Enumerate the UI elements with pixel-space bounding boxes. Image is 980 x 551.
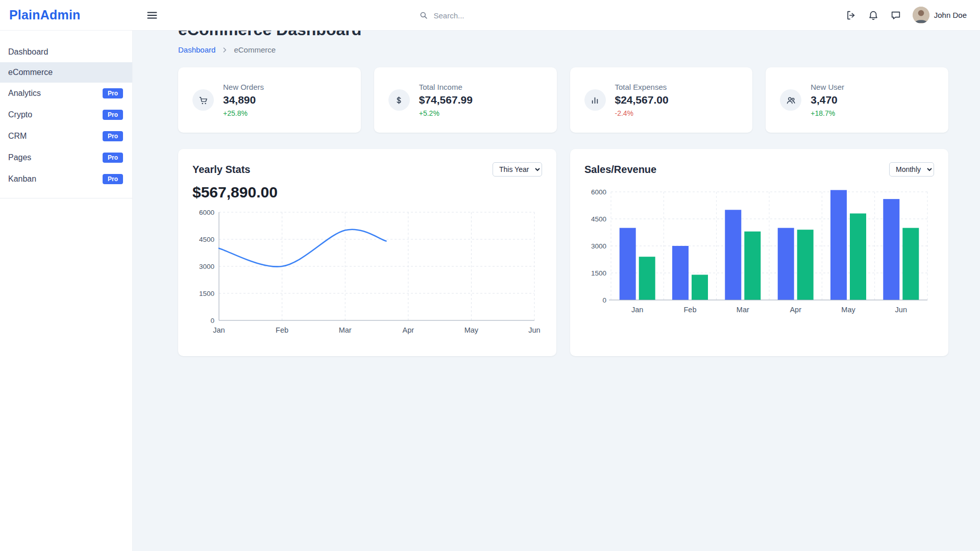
- stat-delta: -2.4%: [615, 109, 669, 117]
- stat-card-new-orders: New Orders 34,890 +25.8%: [178, 67, 361, 133]
- svg-text:6000: 6000: [591, 188, 606, 196]
- menu-toggle-button[interactable]: [146, 9, 158, 21]
- breadcrumb-link-dashboard[interactable]: Dashboard: [178, 45, 215, 54]
- sales-revenue-header: Sales/Revenue Monthly: [584, 162, 934, 177]
- stat-label: New Orders: [223, 83, 264, 91]
- breadcrumb-current: eCommerce: [234, 45, 276, 54]
- svg-text:May: May: [841, 306, 855, 314]
- svg-text:4500: 4500: [591, 215, 606, 223]
- svg-text:0: 0: [602, 296, 606, 304]
- svg-text:Jun: Jun: [895, 306, 907, 314]
- svg-text:Apr: Apr: [403, 326, 414, 334]
- yearly-stats-chart: 01500300045006000JanFebMarAprMayJun: [192, 207, 542, 340]
- pro-badge: Pro: [103, 88, 123, 98]
- logout-icon: [845, 10, 856, 21]
- sidebar-item-pages[interactable]: Pages Pro: [0, 147, 132, 168]
- logout-button[interactable]: [845, 10, 856, 21]
- pro-badge: Pro: [103, 110, 123, 120]
- sidebar-item-label: CRM: [8, 132, 27, 141]
- sidebar-item-analytics[interactable]: Analytics Pro: [0, 83, 132, 104]
- stat-text: New User 3,470 +18.7%: [811, 83, 844, 117]
- chat-icon: [890, 10, 901, 21]
- yearly-stats-filter-select[interactable]: This Year: [493, 162, 542, 177]
- svg-text:3000: 3000: [199, 263, 214, 270]
- stat-label: Total Income: [419, 83, 473, 91]
- stat-value: $24,567.00: [615, 94, 669, 106]
- sidebar-item-kanban[interactable]: Kanban Pro: [0, 168, 132, 190]
- svg-text:Mar: Mar: [737, 306, 749, 314]
- sidebar-item-crm[interactable]: CRM Pro: [0, 126, 132, 147]
- stat-text: New Orders 34,890 +25.8%: [223, 83, 264, 117]
- sidebar-item-label: Kanban: [8, 174, 36, 184]
- stat-value: $74,567.99: [419, 94, 473, 106]
- sales-revenue-chart: 01500300045006000JanFebMarAprMayJun: [584, 185, 934, 319]
- sidebar-item-ecommerce[interactable]: eCommerce: [0, 62, 132, 83]
- stat-text: Total Income $74,567.99 +5.2%: [419, 83, 473, 117]
- cart-icon: [192, 89, 214, 111]
- brand-logo[interactable]: PlainAdmin: [9, 8, 81, 22]
- main-content: eCommerce Dashboard Dashboard eCommerce …: [133, 0, 980, 377]
- sales-revenue-filter-select[interactable]: Monthly: [889, 162, 934, 177]
- brand-area: PlainAdmin: [0, 8, 133, 22]
- sidebar-item-crypto[interactable]: Crypto Pro: [0, 104, 132, 126]
- svg-text:Mar: Mar: [339, 326, 352, 334]
- pro-badge: Pro: [103, 153, 123, 163]
- user-menu[interactable]: John Doe: [913, 7, 967, 23]
- svg-text:4500: 4500: [199, 236, 214, 243]
- pro-badge: Pro: [103, 174, 123, 184]
- stat-delta: +25.8%: [223, 109, 264, 117]
- stat-value: 34,890: [223, 94, 264, 106]
- breadcrumb: Dashboard eCommerce: [178, 45, 948, 54]
- sidebar-item-label: Pages: [8, 153, 31, 162]
- dollar-icon: [388, 89, 410, 111]
- top-bar: PlainAdmin: [0, 0, 980, 31]
- sales-revenue-card: Sales/Revenue Monthly 01500300045006000J…: [570, 149, 948, 356]
- svg-text:1500: 1500: [591, 269, 606, 277]
- stat-card-new-user: New User 3,470 +18.7%: [766, 67, 948, 133]
- svg-text:6000: 6000: [199, 209, 214, 216]
- chevron-right-icon: [221, 46, 228, 54]
- svg-text:Jan: Jan: [213, 326, 225, 334]
- yearly-stats-header: Yearly Stats This Year: [192, 162, 542, 177]
- search-icon: [419, 10, 429, 20]
- users-icon: [780, 89, 801, 111]
- pro-badge: Pro: [103, 131, 123, 141]
- stat-delta: +18.7%: [811, 109, 844, 117]
- bell-icon: [868, 10, 879, 21]
- bar-chart-icon: [584, 89, 606, 111]
- user-avatar: [913, 7, 929, 23]
- sidebar-item-label: Dashboard: [8, 47, 48, 57]
- yearly-stats-title: Yearly Stats: [192, 164, 250, 176]
- hamburger-icon: [146, 9, 158, 21]
- svg-text:0: 0: [210, 317, 214, 324]
- svg-text:Jan: Jan: [631, 306, 643, 314]
- svg-text:Apr: Apr: [790, 306, 801, 314]
- notifications-button[interactable]: [868, 10, 879, 21]
- stat-card-total-income: Total Income $74,567.99 +5.2%: [374, 67, 557, 133]
- stat-card-total-expenses: Total Expenses $24,567.00 -2.4%: [570, 67, 753, 133]
- sidebar-item-dashboard[interactable]: Dashboard: [0, 42, 132, 62]
- sidebar-item-label: eCommerce: [8, 68, 53, 77]
- charts-row: Yearly Stats This Year $567,890.00 01500…: [178, 149, 948, 356]
- svg-text:Jun: Jun: [528, 326, 540, 334]
- search-box: [419, 10, 561, 20]
- sidebar-divider: [0, 198, 132, 198]
- stat-text: Total Expenses $24,567.00 -2.4%: [615, 83, 669, 117]
- yearly-stats-total: $567,890.00: [192, 184, 542, 201]
- stat-label: New User: [811, 83, 844, 91]
- sales-revenue-title: Sales/Revenue: [584, 164, 656, 176]
- messages-button[interactable]: [890, 10, 901, 21]
- stat-value: 3,470: [811, 94, 844, 106]
- top-bar-actions: John Doe: [845, 7, 980, 23]
- svg-text:Feb: Feb: [276, 326, 288, 334]
- svg-text:Feb: Feb: [684, 306, 697, 314]
- svg-text:3000: 3000: [591, 242, 606, 250]
- search-input[interactable]: [434, 11, 561, 19]
- stat-label: Total Expenses: [615, 83, 669, 91]
- sidebar-item-label: Analytics: [8, 89, 41, 98]
- stat-cards-row: New Orders 34,890 +25.8% Total Income $7…: [178, 67, 948, 133]
- svg-text:May: May: [464, 326, 479, 334]
- yearly-stats-card: Yearly Stats This Year $567,890.00 01500…: [178, 149, 556, 356]
- sidebar: Dashboard eCommerce Analytics Pro Crypto…: [0, 31, 133, 551]
- stat-delta: +5.2%: [419, 109, 473, 117]
